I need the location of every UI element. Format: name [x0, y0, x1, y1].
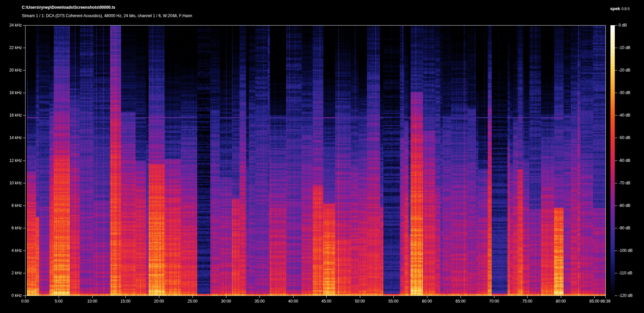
legend-tick-label: -10 dB	[619, 45, 630, 50]
legend-tick-label: -80 dB	[619, 203, 630, 208]
y-tick-mark	[23, 206, 25, 206]
legend-tick-label: -50 dB	[619, 135, 630, 140]
x-tick-mark	[427, 296, 427, 298]
y-tick-mark	[23, 138, 25, 138]
x-tick-mark	[92, 296, 93, 298]
x-tick-label: 65:00	[455, 299, 466, 304]
x-tick-mark	[561, 296, 561, 298]
x-tick-mark	[527, 296, 528, 298]
x-tick-mark	[159, 296, 159, 298]
x-tick-label: 86:39	[600, 299, 610, 304]
x-tick-label: 45:00	[321, 299, 331, 304]
y-tick-mark	[23, 93, 25, 93]
y-tick-mark	[23, 161, 25, 161]
x-tick-label: 60:00	[422, 299, 432, 304]
x-tick-mark	[25, 296, 25, 298]
legend-tick-mark	[615, 161, 617, 161]
x-tick-label: 20:00	[154, 299, 164, 304]
x-tick-mark	[594, 296, 595, 298]
x-tick-mark	[494, 296, 494, 298]
y-tick-mark	[23, 70, 25, 71]
legend-tick-mark	[615, 296, 617, 296]
legend-tick-mark	[615, 251, 617, 251]
x-tick-mark	[293, 296, 293, 298]
y-tick-mark	[23, 183, 25, 183]
legend-tick-mark	[615, 70, 617, 71]
y-tick-mark	[23, 48, 25, 48]
spek-window: C:\Users\rynep\Downloads\Screenshots\000…	[0, 0, 644, 313]
y-tick-label: 12 kHz	[0, 158, 22, 163]
y-tick-mark	[23, 115, 25, 116]
file-path-title: C:\Users\rynep\Downloads\Screenshots\000…	[22, 5, 115, 10]
x-tick-mark	[193, 296, 193, 298]
legend-tick-label: -20 dB	[619, 68, 630, 73]
legend-tick-label: -40 dB	[619, 113, 630, 118]
x-tick-label: 40:00	[288, 299, 298, 304]
legend-tick-label: -60 dB	[619, 158, 630, 163]
legend-tick-label: 0 dB	[619, 23, 627, 28]
x-tick-mark	[125, 296, 126, 298]
x-tick-label: 30:00	[221, 299, 231, 304]
spectrogram-plot	[25, 25, 606, 296]
y-tick-mark	[23, 251, 25, 251]
x-tick-mark	[226, 296, 226, 298]
y-tick-mark	[23, 228, 25, 228]
y-tick-label: 22 kHz	[0, 45, 22, 50]
app-version: 0.8.5	[622, 7, 630, 11]
stream-info-subtitle: Stream 1 / 1: DCA (DTS Coherent Acoustic…	[22, 13, 192, 18]
x-tick-label: 35:00	[255, 299, 265, 304]
x-tick-label: 10:00	[87, 299, 97, 304]
x-tick-mark	[393, 296, 394, 298]
x-tick-mark	[59, 296, 59, 298]
y-tick-label: 0 kHz	[0, 293, 22, 298]
legend-colorbar-canvas	[610, 25, 615, 296]
legend-tick-label: -110 dB	[619, 271, 632, 275]
x-tick-label: 0:00	[21, 299, 29, 304]
x-tick-label: 5:00	[55, 299, 62, 304]
y-tick-mark	[23, 296, 25, 296]
legend-tick-label: -100 dB	[619, 248, 633, 253]
spectrogram-canvas	[25, 26, 605, 296]
y-tick-label: 16 kHz	[0, 113, 22, 118]
legend-tick-label: -30 dB	[619, 90, 630, 95]
legend-tick-mark	[615, 138, 617, 138]
x-tick-mark	[605, 296, 606, 298]
x-tick-label: 80:00	[556, 299, 566, 304]
legend-tick-mark	[615, 93, 617, 93]
x-tick-label: 70:00	[489, 299, 499, 304]
legend-tick-mark	[615, 206, 617, 206]
legend-tick-mark	[615, 273, 617, 273]
x-tick-label: 55:00	[388, 299, 398, 304]
x-tick-label: 85:00	[589, 299, 599, 304]
y-tick-label: 6 kHz	[0, 226, 22, 230]
legend-tick-label: -90 dB	[619, 226, 630, 230]
y-tick-label: 10 kHz	[0, 181, 22, 185]
y-tick-label: 18 kHz	[0, 90, 22, 95]
y-tick-label: 20 kHz	[0, 68, 22, 73]
y-tick-label: 4 kHz	[0, 248, 22, 253]
legend-tick-label: -70 dB	[619, 181, 630, 185]
y-tick-label: 8 kHz	[0, 203, 22, 208]
x-tick-mark	[326, 296, 327, 298]
y-tick-label: 14 kHz	[0, 135, 22, 140]
legend-tick-mark	[615, 183, 617, 183]
legend-tick-mark	[615, 25, 617, 26]
legend-tick-mark	[615, 48, 617, 48]
app-brand: spek0.8.5	[610, 5, 630, 11]
x-tick-mark	[360, 296, 360, 298]
legend-tick-mark	[615, 115, 617, 116]
y-tick-label: 24 kHz	[0, 23, 22, 28]
y-tick-label: 2 kHz	[0, 271, 22, 275]
x-tick-label: 75:00	[522, 299, 532, 304]
x-tick-label: 15:00	[120, 299, 130, 304]
app-name: spek	[610, 6, 620, 11]
x-tick-mark	[260, 296, 260, 298]
y-tick-mark	[23, 273, 25, 273]
legend-tick-mark	[615, 228, 617, 228]
y-tick-mark	[23, 25, 25, 26]
legend-tick-label: -120 dB	[619, 293, 633, 298]
x-tick-mark	[461, 296, 461, 298]
x-tick-label: 50:00	[355, 299, 365, 304]
x-tick-label: 25:00	[187, 299, 198, 304]
